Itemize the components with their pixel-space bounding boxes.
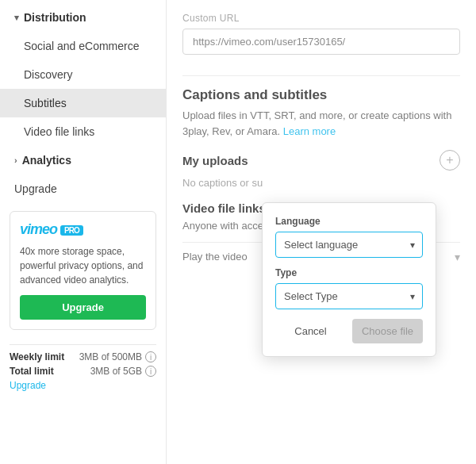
vimeo-logo: vimeoPRO <box>20 221 146 238</box>
language-select[interactable]: Select language English Spanish French G… <box>275 232 423 258</box>
promo-description: 40x more storage space, powerful privacy… <box>20 244 146 287</box>
sidebar-item-analytics[interactable]: › Analytics <box>0 146 166 174</box>
language-label: Language <box>275 216 423 227</box>
promo-box: vimeoPRO 40x more storage space, powerfu… <box>10 211 156 330</box>
cancel-button[interactable]: Cancel <box>275 319 346 343</box>
total-limit-label: Total limit <box>10 366 54 377</box>
upgrade-button[interactable]: Upgrade <box>20 295 146 320</box>
weekly-limit-label: Weekly limit <box>10 351 64 362</box>
weekly-info-icon[interactable]: i <box>145 351 156 362</box>
sidebar-item-discovery[interactable]: Discovery <box>0 60 166 89</box>
chevron-right-icon: › <box>14 155 17 165</box>
sidebar-item-subtitles[interactable]: Subtitles <box>0 89 166 117</box>
sidebar-item-distribution[interactable]: ▾ Distribution <box>0 3 166 32</box>
type-select[interactable]: Select Type Captions Subtitles <box>275 283 423 309</box>
sidebar-item-social[interactable]: Social and eCommerce <box>0 32 166 60</box>
total-limit-value: 3MB of 5GB i <box>90 366 156 377</box>
modal-actions: Cancel Choose file <box>275 319 423 343</box>
sidebar-item-videofilelinks[interactable]: Video file links <box>0 117 166 146</box>
sidebar-footer: Weekly limit 3MB of 500MB i Total limit … <box>10 344 156 391</box>
footer-upgrade-link[interactable]: Upgrade <box>10 380 46 391</box>
type-label: Type <box>275 267 423 278</box>
choose-file-button: Choose file <box>352 319 423 343</box>
type-select-wrapper: Select Type Captions Subtitles ▾ <box>275 283 423 309</box>
chevron-down-icon: ▾ <box>14 13 19 23</box>
language-select-wrapper: Select language English Spanish French G… <box>275 232 423 258</box>
total-info-icon[interactable]: i <box>145 366 156 377</box>
modal-dialog: Language Select language English Spanish… <box>262 202 436 357</box>
sidebar: ▾ Distribution Social and eCommerce Disc… <box>0 0 167 464</box>
weekly-limit-value: 3MB of 500MB i <box>79 351 156 362</box>
main-content: Custom URL Captions and subtitles Upload… <box>167 0 476 464</box>
sidebar-item-upgrade[interactable]: Upgrade <box>0 174 166 203</box>
